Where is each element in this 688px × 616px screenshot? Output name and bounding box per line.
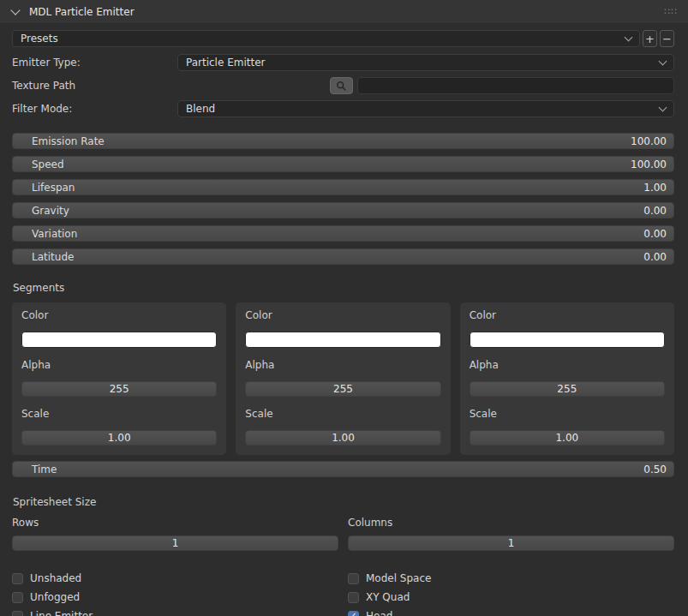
checkbox-unshaded[interactable]: ✓ (12, 573, 23, 584)
rows-group: Rows 1 (12, 517, 338, 551)
preset-remove-button[interactable]: − (660, 30, 674, 47)
slider-value: 0.00 (643, 228, 667, 240)
checkbox-label: Line Emitter (30, 610, 93, 616)
checkbox-label: Head (366, 610, 392, 616)
filter-mode-label: Filter Mode: (12, 103, 177, 115)
color-label: Color (245, 309, 440, 321)
panel-title: MDL Particle Emitter (29, 6, 135, 18)
scale-label: Scale (470, 408, 665, 420)
slider-latitude[interactable]: Latitude 0.00 (12, 248, 674, 265)
checkbox-label: XY Quad (366, 591, 410, 603)
chevron-down-icon (625, 33, 633, 42)
slider-label: Speed (32, 158, 64, 170)
slider-label: Time (32, 463, 57, 475)
slider-lifespan[interactable]: Lifespan 1.00 (12, 179, 674, 195)
alpha-field[interactable]: 255 (470, 381, 665, 397)
texture-path-row: Texture Path (12, 77, 674, 94)
presets-dropdown-label: Presets (21, 33, 58, 45)
color-label: Color (21, 309, 217, 321)
checkbox-row-unshaded[interactable]: ✓ Unshaded (12, 569, 338, 588)
presets-dropdown[interactable]: Presets (12, 30, 640, 47)
scale-field[interactable]: 1.00 (21, 430, 217, 446)
magnifier-icon (336, 81, 347, 92)
scale-field[interactable]: 1.00 (470, 430, 665, 446)
rows-label: Rows (12, 517, 338, 529)
slider-label: Lifespan (32, 182, 75, 194)
segment-panel-2: Color Alpha 255 Scale 1.00 (236, 302, 450, 455)
presets-row: Presets + − (12, 30, 674, 47)
emitter-type-dropdown[interactable]: Particle Emitter (177, 54, 674, 71)
checkbox-row-head[interactable]: ✓ Head (348, 607, 674, 616)
checkbox-row-xy-quad[interactable]: ✓ XY Quad (348, 588, 674, 607)
flags-left-column: ✓ Unshaded ✓ Unfogged ✓ Line Emitter ✓ S… (12, 569, 338, 616)
slider-variation[interactable]: Variation 0.00 (12, 225, 674, 242)
alpha-label: Alpha (245, 359, 440, 371)
scale-label: Scale (21, 408, 217, 420)
checkbox-row-unfogged[interactable]: ✓ Unfogged (12, 588, 338, 607)
segments-section-label: Segments (13, 282, 674, 294)
alpha-field[interactable]: 255 (245, 381, 440, 397)
chevron-down-icon (659, 57, 667, 66)
sliders-group: Emission Rate 100.00 Speed 100.00 Lifesp… (12, 133, 674, 265)
filter-mode-row: Filter Mode: Blend (12, 100, 674, 117)
alpha-field[interactable]: 255 (21, 381, 217, 397)
slider-value: 100.00 (631, 158, 667, 170)
checkbox-xy-quad[interactable]: ✓ (348, 592, 359, 603)
columns-group: Columns 1 (348, 517, 674, 551)
emitter-type-label: Emitter Type: (12, 57, 177, 69)
scale-field[interactable]: 1.00 (245, 430, 440, 446)
slider-label: Emission Rate (32, 135, 105, 147)
scale-label: Scale (245, 408, 440, 420)
checkbox-row-model-space[interactable]: ✓ Model Space (348, 569, 674, 588)
alpha-label: Alpha (470, 359, 665, 371)
checkbox-unfogged[interactable]: ✓ (12, 592, 23, 603)
texture-path-label: Texture Path (12, 80, 330, 92)
slider-emission-rate[interactable]: Emission Rate 100.00 (12, 133, 674, 149)
segment-panel-1: Color Alpha 255 Scale 1.00 (12, 302, 226, 455)
rows-field[interactable]: 1 (12, 535, 338, 551)
color-swatch[interactable] (470, 332, 665, 348)
segments-grid: Color Alpha 255 Scale 1.00 Color Alpha 2… (12, 302, 674, 455)
checkbox-head[interactable]: ✓ (348, 611, 359, 616)
spritesheet-section-label: Spritesheet Size (13, 496, 674, 508)
columns-field[interactable]: 1 (348, 535, 674, 551)
emitter-type-row: Emitter Type: Particle Emitter (12, 54, 674, 71)
panel-body: Presets + − Emitter Type: Particle Emitt… (0, 24, 688, 616)
slider-value: 1.00 (643, 182, 667, 194)
drag-grip-icon[interactable]: ∷∷ (664, 6, 678, 17)
checkbox-label: Unfogged (30, 591, 80, 603)
panel-header[interactable]: MDL Particle Emitter ∷∷ (0, 0, 688, 24)
checkbox-row-line-emitter[interactable]: ✓ Line Emitter (12, 607, 338, 616)
texture-path-input[interactable] (357, 77, 674, 94)
columns-label: Columns (348, 517, 674, 529)
slider-gravity[interactable]: Gravity 0.00 (12, 202, 674, 218)
segment-panel-3: Color Alpha 255 Scale 1.00 (460, 302, 674, 455)
spritesheet-grid: Rows 1 Columns 1 (12, 517, 674, 551)
slider-value: 0.50 (643, 463, 667, 475)
texture-browse-button[interactable] (330, 77, 353, 94)
slider-value: 0.00 (643, 205, 667, 217)
checkbox-label: Model Space (366, 572, 431, 584)
filter-mode-dropdown[interactable]: Blend (177, 100, 674, 117)
flags-grid: ✓ Unshaded ✓ Unfogged ✓ Line Emitter ✓ S… (12, 569, 674, 616)
color-swatch[interactable] (21, 332, 217, 348)
slider-label: Variation (32, 228, 77, 240)
chevron-down-icon (659, 104, 667, 112)
filter-mode-value: Blend (186, 103, 215, 115)
mdl-particle-emitter-panel: MDL Particle Emitter ∷∷ Presets + − Emit… (0, 0, 688, 616)
slider-speed[interactable]: Speed 100.00 (12, 156, 674, 172)
slider-value: 0.00 (643, 251, 667, 263)
check-icon: ✓ (350, 612, 356, 616)
panel-expand-icon[interactable] (10, 5, 20, 15)
color-label: Color (470, 309, 665, 321)
checkbox-line-emitter[interactable]: ✓ (12, 611, 23, 616)
color-swatch[interactable] (245, 332, 440, 348)
checkbox-model-space[interactable]: ✓ (348, 573, 359, 584)
preset-add-button[interactable]: + (643, 30, 657, 47)
alpha-label: Alpha (21, 359, 217, 371)
emitter-type-value: Particle Emitter (186, 57, 265, 69)
checkbox-label: Unshaded (30, 572, 81, 584)
slider-time[interactable]: Time 0.50 (12, 461, 674, 477)
slider-label: Latitude (32, 251, 74, 263)
slider-value: 100.00 (631, 135, 667, 147)
